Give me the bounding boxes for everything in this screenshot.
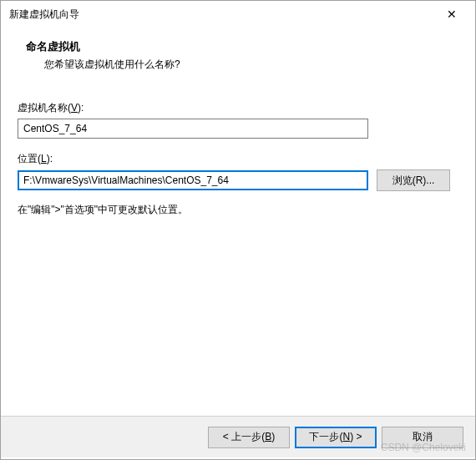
label-text: < 上一步(	[223, 431, 265, 442]
page-subtitle: 您希望该虚拟机使用什么名称?	[26, 58, 458, 72]
close-button[interactable]: ✕	[435, 3, 468, 26]
label-text: 位置(	[18, 153, 41, 164]
hint-text: 在"编辑">"首选项"中可更改默认位置。	[18, 203, 458, 217]
window-title: 新建虚拟机向导	[9, 8, 79, 22]
mnemonic: N	[342, 431, 350, 442]
wizard-header: 命名虚拟机 您希望该虚拟机使用什么名称?	[1, 28, 475, 83]
label-text: 浏览(	[392, 174, 416, 186]
label-text: 虚拟机名称(	[18, 102, 71, 114]
location-row: 浏览(R)...	[18, 169, 458, 191]
label-text: ):	[47, 153, 53, 164]
label-text: )...	[423, 174, 434, 186]
next-button[interactable]: 下一步(N) >	[295, 427, 377, 448]
location-label: 位置(L):	[18, 152, 458, 166]
mnemonic: B	[265, 431, 271, 442]
titlebar: 新建虚拟机向导 ✕	[1, 1, 475, 28]
mnemonic: L	[41, 153, 47, 164]
back-button[interactable]: < 上一步(B)	[208, 427, 290, 448]
vm-name-label: 虚拟机名称(V):	[18, 101, 458, 115]
label-text: ):	[78, 102, 84, 114]
label-text: 下一步(	[309, 431, 342, 442]
cancel-button[interactable]: 取消	[382, 427, 463, 448]
wizard-footer: < 上一步(B) 下一步(N) > 取消	[1, 416, 475, 457]
browse-button[interactable]: 浏览(R)...	[377, 169, 450, 191]
vm-name-input[interactable]	[18, 119, 368, 139]
label-text: ) >	[350, 431, 362, 442]
location-input[interactable]	[18, 170, 368, 190]
content-area: 虚拟机名称(V): 位置(L): 浏览(R)... 在"编辑">"首选项"中可更…	[1, 84, 475, 416]
mnemonic: V	[71, 102, 78, 114]
close-icon: ✕	[447, 8, 457, 21]
page-title: 命名虚拟机	[26, 39, 458, 54]
label-text: )	[271, 431, 275, 442]
